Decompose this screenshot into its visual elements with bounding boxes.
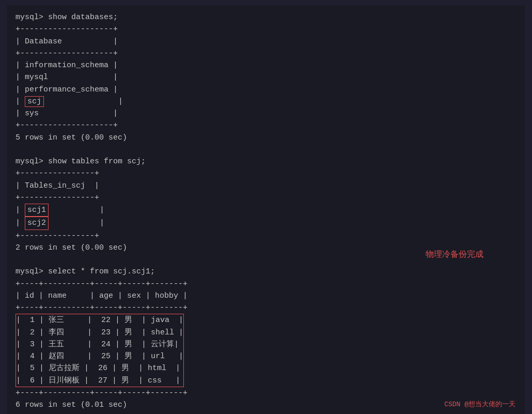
watermark: CSDN @想当大佬的一天 [444,400,515,410]
div-line-4: +----------------+ [15,167,517,179]
data-row-2: | 2 | 李四 | 23 | 男 | shell | [16,327,183,339]
data-rows-box: | 1 | 张三 | 22 | 男 | java | | 2 | 李四 | 23… [15,314,184,387]
div-line-2: +--------------------+ [15,48,517,59]
data-row-5: | 5 | 尼古拉斯 | 26 | 男 | html | [16,362,183,374]
div-line-1: +--------------------+ [15,23,517,35]
cmd-show-databases: mysql> show databases; [15,11,517,23]
data-row-4: | 4 | 赵四 | 25 | 男 | url | [16,350,183,362]
div-line-9: +----+----------+-----+-----+-------+ [15,387,517,399]
div-line-6: +----------------+ [15,230,517,242]
table-scj1: | scj1 | [15,204,517,217]
scj-highlight: scj [25,96,44,108]
header-columns: | id | name | age | sex | hobby | [15,290,517,302]
table-scj2: | scj2 | [15,217,517,229]
cold-backup-note: 物理冷备份完成 [426,248,483,261]
data-row-3: | 3 | 王五 | 24 | 男 | 云计算| [16,339,183,350]
rows-count-1: 5 rows in set (0.00 sec) [15,132,517,144]
blank-1 [15,144,517,156]
div-line-5: +----------------+ [15,192,517,204]
header-tables: | Tables_in_scj | [15,180,517,192]
data-row-6: | 6 | 日川钢板 | 27 | 男 | css | [16,375,183,387]
data-row-1: | 1 | 张三 | 22 | 男 | java | [16,314,183,326]
div-line-3: +--------------------+ [15,119,517,131]
div-line-7: +----+----------+-----+-----+-------+ [15,278,517,290]
cmd-show-tables: mysql> show tables from scj; [15,156,517,167]
scj1-highlight: scj1 [25,204,49,217]
rows-count-3: 6 rows in set (0.01 sec) [15,399,517,411]
div-line-8: +----+----------+-----+-----+-------+ [15,302,517,314]
db-performance-schema: | performance_schema | [15,84,517,96]
cmd-select: mysql> select * from scj.scj1; [15,266,517,278]
scj2-highlight: scj2 [25,217,49,229]
db-info-schema: | information_schema | [15,59,517,71]
db-sys: | sys | [15,108,517,119]
db-scj: | scj | [15,96,517,108]
terminal: mysql> show databases; +----------------… [7,5,525,414]
header-database: | Database | [15,36,517,48]
db-mysql: | mysql | [15,71,517,83]
